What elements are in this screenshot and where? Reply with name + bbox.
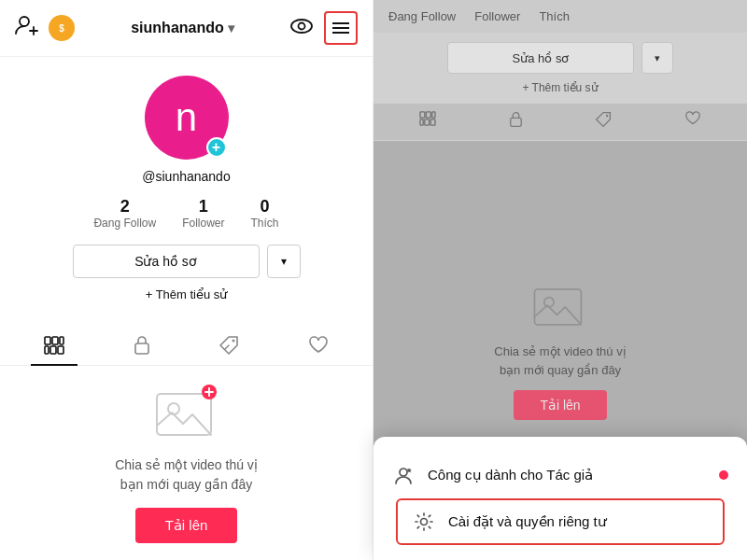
right-empty-image-icon [531, 281, 589, 331]
likes-label: Thích [251, 217, 279, 230]
right-edit-row: Sửa hồ sơ ▾ [388, 42, 732, 74]
svg-point-19 [168, 403, 179, 414]
creator-tools-icon [392, 465, 415, 485]
likes-count: 0 [261, 197, 270, 217]
right-top-bar: Đang Follow Follower Thích [374, 0, 747, 33]
svg-point-33 [400, 469, 407, 476]
svg-rect-15 [58, 346, 63, 354]
following-count: 2 [120, 197, 130, 217]
settings-icon [413, 511, 435, 532]
empty-image-icon [153, 385, 220, 442]
right-followers-tab: Follower [474, 9, 520, 23]
left-panel: $ siunhanando ▾ [0, 0, 374, 560]
svg-rect-27 [425, 119, 430, 125]
stats-row: 2 Đang Follow 1 Follower 0 Thích [93, 197, 278, 230]
stat-followers[interactable]: 1 Follower [182, 197, 224, 230]
followers-count: 1 [199, 197, 208, 217]
user-handle: @siunhanando [142, 169, 230, 184]
menu-item-settings[interactable]: Cài đặt và quyền riêng tư [396, 498, 725, 545]
add-user-icon[interactable] [15, 14, 39, 42]
right-dropdown-btn: ▾ [641, 42, 673, 74]
svg-point-6 [299, 22, 305, 29]
username-display[interactable]: siunhanando ▾ [131, 20, 234, 36]
right-edit-profile-btn: Sửa hồ sơ [447, 42, 634, 74]
eye-icon[interactable] [290, 18, 313, 39]
following-label: Đang Follow [93, 217, 156, 230]
edit-profile-button[interactable]: Sửa hồ sơ [73, 245, 260, 278]
svg-rect-29 [510, 118, 520, 126]
tab-videos[interactable] [31, 326, 78, 365]
svg-point-5 [291, 20, 312, 33]
right-tab-videos [408, 104, 447, 140]
stat-following[interactable]: 2 Đang Follow [93, 197, 156, 230]
right-panel: Đang Follow Follower Thích Sửa hồ sơ ▾ +… [374, 0, 747, 560]
creator-tools-label: Công cụ dành cho Tác giả [428, 467, 706, 483]
svg-rect-14 [50, 346, 56, 354]
creator-tools-dot [719, 470, 728, 480]
edit-dropdown-button[interactable]: ▾ [267, 245, 301, 278]
svg-point-17 [233, 340, 235, 343]
empty-text: Chia sẻ một video thú vị bạn mới quay gầ… [115, 455, 258, 495]
svg-rect-26 [420, 119, 423, 125]
tab-locked[interactable] [120, 326, 163, 365]
svg-point-35 [421, 519, 428, 525]
right-thich-tab: Thích [539, 9, 570, 23]
svg-rect-31 [534, 289, 581, 325]
right-stats: Đang Follow Follower Thích [388, 9, 570, 23]
top-bar-right [290, 11, 358, 45]
add-bio-button[interactable]: + Thêm tiểu sử [146, 287, 228, 301]
profile-tabs [0, 326, 373, 366]
right-edit-area: Sửa hồ sơ ▾ + Thêm tiểu sử [374, 33, 747, 104]
menu-button[interactable] [324, 11, 358, 45]
svg-rect-24 [426, 112, 430, 118]
edit-row: Sửa hồ sơ ▾ [15, 245, 358, 278]
top-bar: $ siunhanando ▾ [0, 0, 373, 57]
svg-rect-28 [430, 119, 435, 125]
svg-text:$: $ [59, 23, 64, 34]
empty-content-area: Chia sẻ một video thú vị bạn mới quay gầ… [0, 366, 373, 560]
settings-item-wrapper: Cài đặt và quyền riêng tư [374, 498, 747, 545]
svg-point-0 [20, 17, 29, 26]
right-tab-locked [498, 104, 534, 140]
menu-item-creator-tools[interactable]: Công cụ dành cho Tác giả [374, 452, 747, 498]
right-tab-liked [673, 104, 712, 140]
svg-point-30 [606, 115, 608, 117]
upload-button[interactable]: Tải lên [135, 508, 238, 543]
username-text: siunhanando [131, 20, 224, 36]
avatar-plus-button[interactable]: + [206, 137, 227, 158]
svg-rect-23 [420, 112, 425, 118]
svg-rect-12 [60, 337, 63, 344]
tab-liked[interactable] [295, 326, 342, 365]
avatar-container: n + [145, 76, 229, 160]
top-bar-left: $ [15, 14, 75, 42]
svg-rect-25 [432, 112, 435, 118]
right-upload-button: Tải lên [514, 390, 606, 420]
right-empty-text: Chia sẻ một video thú vị bạn mới quay gầ… [494, 343, 626, 379]
followers-label: Follower [182, 217, 224, 230]
right-following-tab: Đang Follow [388, 9, 456, 23]
svg-point-32 [544, 298, 554, 307]
right-tabs-row [374, 104, 747, 141]
stat-likes[interactable]: 0 Thích [251, 197, 279, 230]
svg-rect-11 [52, 337, 58, 344]
svg-rect-18 [157, 394, 211, 435]
profile-section: n + @siunhanando 2 Đang Follow 1 Followe… [0, 57, 373, 326]
right-bio-link: + Thêm tiểu sử [522, 81, 598, 94]
coin-icon[interactable]: $ [49, 15, 75, 41]
svg-rect-16 [135, 343, 148, 354]
right-tab-tagged [584, 104, 623, 140]
settings-label: Cài đặt và quyền riêng tư [448, 513, 708, 530]
username-chevron-icon: ▾ [228, 21, 234, 35]
svg-rect-10 [45, 337, 50, 344]
bottom-sheet-menu: Công cụ dành cho Tác giả Cài đặt và quyề… [374, 437, 747, 560]
tab-tagged[interactable] [205, 326, 252, 365]
svg-rect-13 [45, 346, 49, 354]
